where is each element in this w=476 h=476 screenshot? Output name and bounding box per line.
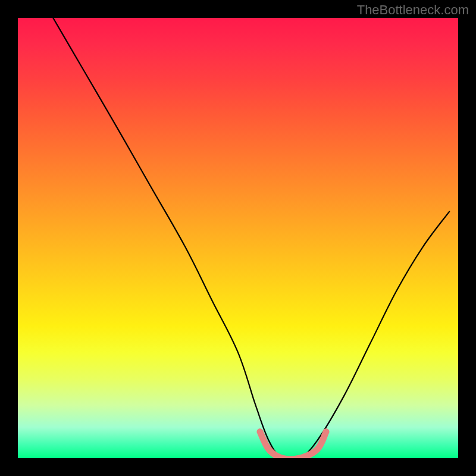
- chart-plot-area: [18, 18, 458, 458]
- series-pink-band: [260, 432, 326, 458]
- chart-curves: [18, 18, 458, 458]
- series-black-curve: [53, 18, 449, 458]
- watermark-text: TheBottleneck.com: [357, 2, 469, 18]
